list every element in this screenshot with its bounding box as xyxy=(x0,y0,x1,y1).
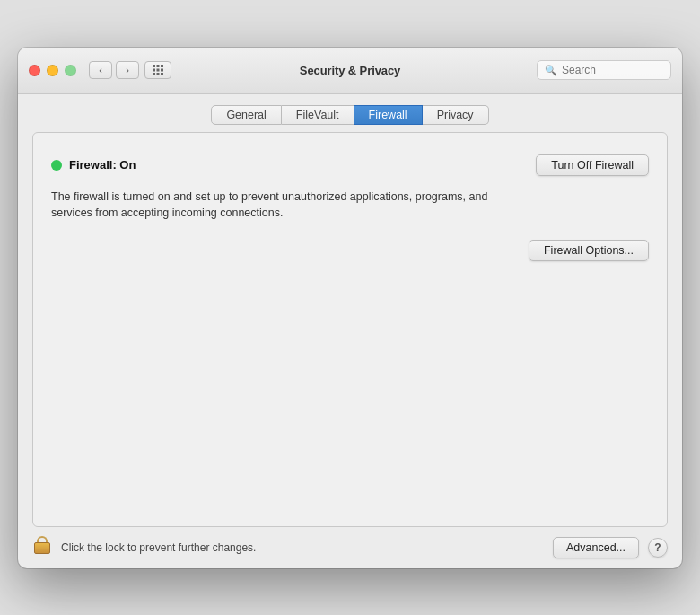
status-indicator xyxy=(51,160,62,171)
lock-icon[interactable] xyxy=(32,536,52,559)
svg-rect-8 xyxy=(161,73,163,75)
minimize-button[interactable] xyxy=(47,65,58,76)
close-button[interactable] xyxy=(29,65,40,76)
forward-icon: › xyxy=(126,65,129,75)
svg-rect-6 xyxy=(153,73,155,75)
svg-rect-3 xyxy=(153,69,155,72)
tab-privacy[interactable]: Privacy xyxy=(423,105,489,125)
nav-buttons: ‹ › xyxy=(89,61,139,79)
maximize-button[interactable] xyxy=(65,65,76,76)
svg-rect-2 xyxy=(161,65,163,67)
back-button[interactable]: ‹ xyxy=(89,61,112,79)
tab-filevault[interactable]: FileVault xyxy=(282,105,354,125)
window-title: Security & Privacy xyxy=(300,64,400,77)
grid-button[interactable] xyxy=(144,61,171,79)
search-input[interactable] xyxy=(562,64,663,76)
tab-firewall[interactable]: Firewall xyxy=(354,105,423,125)
svg-rect-4 xyxy=(157,69,160,72)
forward-button[interactable]: › xyxy=(116,61,139,79)
help-button[interactable]: ? xyxy=(648,538,668,558)
lock-body xyxy=(34,542,50,554)
window: ‹ › Security & Privacy 🔍 xyxy=(18,48,682,568)
traffic-lights xyxy=(29,65,76,76)
tab-bar: General FileVault Firewall Privacy xyxy=(18,94,682,132)
firewall-status-label: Firewall: On xyxy=(69,158,136,171)
advanced-button[interactable]: Advanced... xyxy=(553,537,639,558)
back-icon: ‹ xyxy=(99,65,102,75)
svg-rect-0 xyxy=(153,65,155,67)
turn-off-firewall-button[interactable]: Turn Off Firewall xyxy=(536,154,649,176)
grid-icon xyxy=(152,64,164,76)
svg-rect-7 xyxy=(157,73,160,75)
bottom-bar: Click the lock to prevent further change… xyxy=(18,527,682,568)
firewall-description: The firewall is turned on and set up to … xyxy=(51,189,527,223)
firewall-options-button[interactable]: Firewall Options... xyxy=(529,240,649,261)
svg-rect-1 xyxy=(157,65,160,67)
lock-label: Click the lock to prevent further change… xyxy=(61,541,298,554)
search-box[interactable]: 🔍 xyxy=(537,60,671,80)
firewall-status-row: Firewall: On Turn Off Firewall xyxy=(51,154,649,176)
search-icon: 🔍 xyxy=(545,65,557,76)
svg-rect-5 xyxy=(161,69,163,72)
content-area: Firewall: On Turn Off Firewall The firew… xyxy=(32,132,668,527)
tab-general[interactable]: General xyxy=(211,105,281,125)
titlebar: ‹ › Security & Privacy 🔍 xyxy=(18,48,682,94)
